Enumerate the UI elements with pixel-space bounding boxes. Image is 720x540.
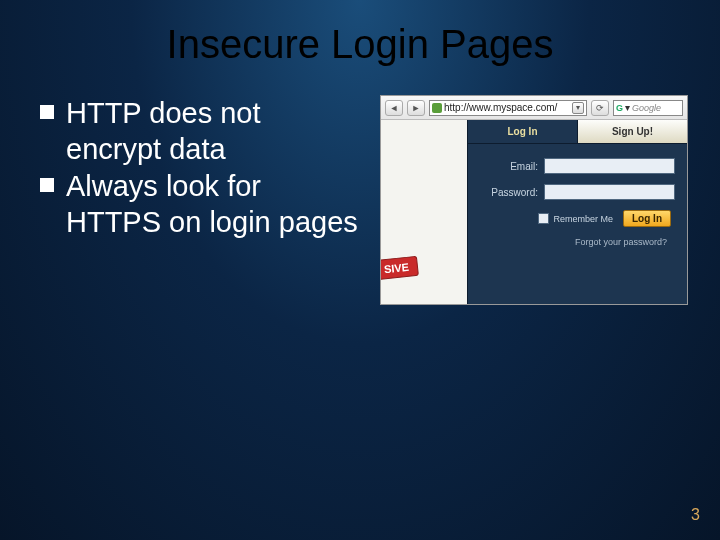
bullet-list: HTTP does not encrypt data Always look f… [40,95,360,305]
search-separator: ▾ [625,102,630,113]
url-text: http://www.myspace.com/ [444,102,557,113]
stamp-badge: SIVE [380,256,419,280]
password-field[interactable] [544,184,675,200]
back-button[interactable]: ◄ [385,100,403,116]
bullet-text: HTTP does not encrypt data [66,95,360,168]
bullet-square-icon [40,178,54,192]
bullet-item: HTTP does not encrypt data [40,95,360,168]
login-form: Email: Password: Remember Me Log In Forg… [468,144,687,255]
bullet-text: Always look for HTTPS on login pages [66,168,360,241]
login-panel: Log In Sign Up! Email: Password: Remembe… [467,120,687,304]
password-label: Password: [488,187,544,198]
browser-screenshot: ◄ ► http://www.myspace.com/ ▾ ⟳ G▾ Googl… [380,95,688,305]
address-bar: ◄ ► http://www.myspace.com/ ▾ ⟳ G▾ Googl… [381,96,687,120]
remember-label: Remember Me [553,214,613,224]
slide-content: HTTP does not encrypt data Always look f… [0,67,720,305]
bullet-square-icon [40,105,54,119]
tab-row: Log In Sign Up! [468,120,687,144]
slide-title: Insecure Login Pages [0,0,720,67]
tab-login[interactable]: Log In [468,120,577,144]
remember-checkbox[interactable] [538,213,549,224]
action-row: Remember Me Log In [488,210,675,227]
search-field[interactable]: G▾ Google [613,100,683,116]
search-placeholder: Google [632,103,661,113]
go-button[interactable]: ▾ [572,102,584,114]
login-button[interactable]: Log In [623,210,671,227]
page-number: 3 [691,506,700,524]
reload-button[interactable]: ⟳ [591,100,609,116]
password-row: Password: [488,184,675,200]
forward-button[interactable]: ► [407,100,425,116]
email-field[interactable] [544,158,675,174]
email-label: Email: [488,161,544,172]
tab-signup[interactable]: Sign Up! [577,120,687,144]
url-field[interactable]: http://www.myspace.com/ ▾ [429,100,587,116]
email-row: Email: [488,158,675,174]
favicon-icon [432,103,442,113]
bullet-item: Always look for HTTPS on login pages [40,168,360,241]
remember-me[interactable]: Remember Me [538,213,613,224]
page-left-strip: SIVE [381,120,469,304]
forgot-password-link[interactable]: Forgot your password? [488,237,675,247]
search-engine-icon: G [616,103,623,113]
